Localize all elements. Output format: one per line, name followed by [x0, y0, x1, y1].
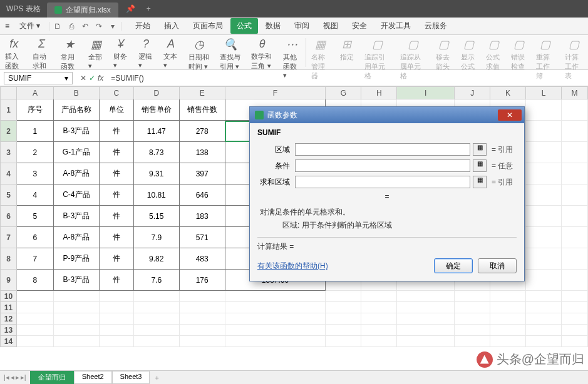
ribbon-公式求值[interactable]: ▢公式求值 — [481, 35, 506, 74]
cell-L4[interactable] — [526, 163, 562, 184]
ribbon-查找与引用[interactable]: 🔍查找与引用 ▾ — [215, 35, 246, 74]
qat-more-icon[interactable]: ▾ — [107, 22, 118, 31]
qat-new-icon[interactable]: 🗋 — [52, 22, 63, 31]
cell-D9[interactable]: 7.6 — [133, 270, 179, 291]
cell-K12[interactable] — [490, 313, 526, 325]
row-header-14[interactable]: 14 — [1, 336, 17, 347]
col-header-E[interactable]: E — [179, 87, 225, 99]
cell-B8[interactable]: P-9产品 — [53, 248, 99, 270]
name-box[interactable]: SUMIF▾ — [4, 72, 73, 84]
cell-L12[interactable] — [526, 313, 562, 325]
cell-B5[interactable]: C-4产品 — [53, 184, 99, 206]
cell-H13[interactable] — [361, 325, 397, 336]
cell-L9[interactable] — [526, 270, 562, 291]
cell-B14[interactable] — [53, 336, 99, 347]
cell-L6[interactable] — [526, 206, 562, 227]
cell-D4[interactable]: 9.31 — [133, 163, 179, 184]
sheet-nav[interactable]: |◂◂▸▸| — [0, 373, 30, 381]
cell-J11[interactable] — [455, 302, 490, 313]
cell-D11[interactable] — [133, 302, 179, 313]
accept-formula-icon[interactable]: ✓ — [89, 74, 95, 83]
cell-J12[interactable] — [455, 313, 490, 325]
new-tab-button[interactable]: + — [147, 4, 151, 13]
cell-C4[interactable]: 件 — [99, 163, 133, 184]
cell-E4[interactable]: 397 — [179, 163, 225, 184]
row-header-7[interactable]: 7 — [1, 227, 17, 248]
cell-L1[interactable] — [526, 99, 562, 121]
cell-A5[interactable]: 4 — [16, 184, 53, 206]
cell-C10[interactable] — [99, 291, 133, 302]
cell-F12[interactable] — [225, 313, 326, 325]
cell-E12[interactable] — [179, 313, 225, 325]
ribbon-全部[interactable]: ▦全部 ▾ — [83, 35, 108, 73]
cell-E6[interactable]: 183 — [179, 206, 225, 227]
cell-D8[interactable]: 9.82 — [133, 248, 179, 270]
cell-B4[interactable]: A-8产品 — [53, 163, 99, 184]
ribbon-文本[interactable]: A文本 ▾ — [158, 35, 183, 72]
file-menu[interactable]: 文件 ▾ — [14, 21, 45, 31]
ribbon-指定[interactable]: ⊞指定 — [334, 35, 359, 64]
range-picker-icon[interactable]: ▦ — [473, 143, 487, 156]
cell-L11[interactable] — [526, 302, 562, 313]
cell-M4[interactable] — [561, 163, 587, 184]
cell-E1[interactable]: 销售件数 — [179, 99, 225, 121]
cell-I12[interactable] — [397, 313, 455, 325]
cell-A11[interactable] — [16, 302, 53, 313]
cell-M1[interactable] — [561, 99, 587, 121]
ribbon-tab-2[interactable]: 页面布局 — [187, 18, 229, 34]
cell-E2[interactable]: 278 — [179, 121, 225, 142]
cell-C1[interactable]: 单位 — [99, 99, 133, 121]
cell-E3[interactable]: 138 — [179, 142, 225, 163]
cell-L13[interactable] — [526, 325, 562, 336]
cell-B1[interactable]: 产品名称 — [53, 99, 99, 121]
cell-J10[interactable] — [455, 291, 490, 302]
row-header-1[interactable]: 1 — [1, 99, 17, 121]
row-header-8[interactable]: 8 — [1, 248, 17, 270]
ribbon-显示公式[interactable]: ▢显示公式 — [456, 35, 481, 74]
fx-icon[interactable]: fx — [98, 74, 103, 83]
arg-input-区域[interactable] — [295, 143, 470, 156]
cell-M3[interactable] — [561, 142, 587, 163]
formula-input[interactable]: =SUMIF() — [107, 74, 588, 83]
cell-G12[interactable] — [326, 313, 361, 325]
cell-K10[interactable] — [490, 291, 526, 302]
cell-G13[interactable] — [326, 325, 361, 336]
dialog-titlebar[interactable]: 函数参数 ✕ — [250, 107, 524, 123]
ribbon-tab-0[interactable]: 开始 — [129, 18, 157, 34]
cell-H12[interactable] — [361, 313, 397, 325]
cell-G10[interactable] — [326, 291, 361, 302]
cell-D5[interactable]: 10.81 — [133, 184, 179, 206]
cell-B12[interactable] — [53, 313, 99, 325]
cell-C2[interactable]: 件 — [99, 121, 133, 142]
ribbon-日期和时间[interactable]: ◷日期和时间 ▾ — [183, 35, 215, 74]
cell-D1[interactable]: 销售单价 — [133, 99, 179, 121]
cell-C3[interactable]: 件 — [99, 142, 133, 163]
cell-L10[interactable] — [526, 291, 562, 302]
row-header-11[interactable]: 11 — [1, 302, 17, 313]
cell-M13[interactable] — [561, 325, 587, 336]
ribbon-追踪引用单元格[interactable]: ▢追踪引用单元格 — [359, 35, 395, 83]
cell-M2[interactable] — [561, 121, 587, 142]
cell-E9[interactable]: 176 — [179, 270, 225, 291]
cell-M9[interactable] — [561, 270, 587, 291]
arg-input-条件[interactable] — [295, 159, 470, 172]
select-all-corner[interactable] — [1, 87, 17, 99]
ribbon-tab-5[interactable]: 审阅 — [288, 18, 316, 34]
cell-B10[interactable] — [53, 291, 99, 302]
cell-E13[interactable] — [179, 325, 225, 336]
cell-C12[interactable] — [99, 313, 133, 325]
col-header-F[interactable]: F — [225, 87, 326, 99]
cell-C8[interactable]: 件 — [99, 248, 133, 270]
cell-C7[interactable]: 件 — [99, 227, 133, 248]
add-sheet-button[interactable]: + — [150, 374, 163, 381]
ribbon-名称管理器[interactable]: ▦名称管理器 — [306, 35, 334, 83]
col-header-J[interactable]: J — [455, 87, 490, 99]
row-header-12[interactable]: 12 — [1, 313, 17, 325]
cell-A12[interactable] — [16, 313, 53, 325]
cell-I13[interactable] — [397, 325, 455, 336]
cell-B11[interactable] — [53, 302, 99, 313]
col-header-C[interactable]: C — [99, 87, 133, 99]
col-header-H[interactable]: H — [361, 87, 397, 99]
arg-input-求和区域[interactable] — [295, 176, 470, 188]
sheet-tab-Sheet2[interactable]: Sheet2 — [74, 371, 112, 384]
